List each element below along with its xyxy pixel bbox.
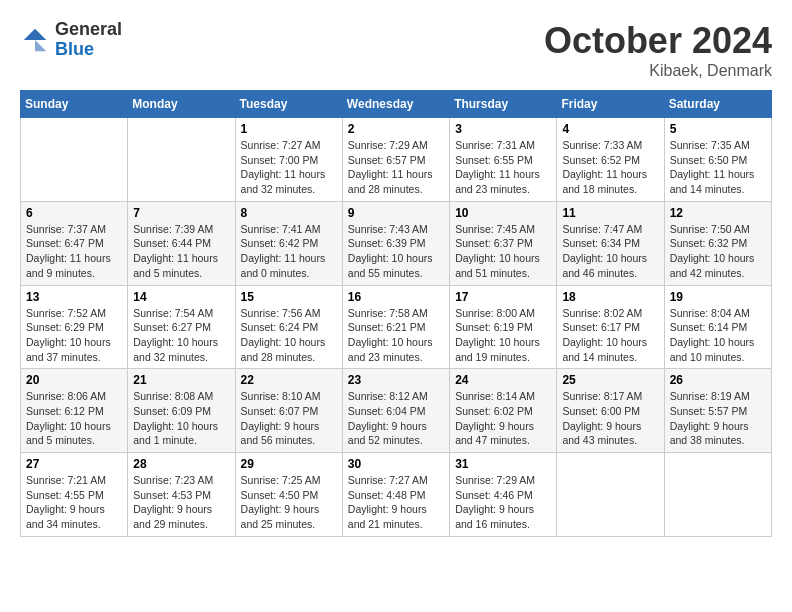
day-cell: 20Sunrise: 8:06 AM Sunset: 6:12 PM Dayli… — [21, 369, 128, 453]
day-cell: 11Sunrise: 7:47 AM Sunset: 6:34 PM Dayli… — [557, 201, 664, 285]
day-cell: 8Sunrise: 7:41 AM Sunset: 6:42 PM Daylig… — [235, 201, 342, 285]
day-info: Sunrise: 7:35 AM Sunset: 6:50 PM Dayligh… — [670, 138, 766, 197]
day-info: Sunrise: 7:52 AM Sunset: 6:29 PM Dayligh… — [26, 306, 122, 365]
day-info: Sunrise: 7:31 AM Sunset: 6:55 PM Dayligh… — [455, 138, 551, 197]
day-number: 12 — [670, 206, 766, 220]
day-number: 8 — [241, 206, 337, 220]
day-info: Sunrise: 7:43 AM Sunset: 6:39 PM Dayligh… — [348, 222, 444, 281]
month-title: October 2024 — [544, 20, 772, 62]
day-info: Sunrise: 8:08 AM Sunset: 6:09 PM Dayligh… — [133, 389, 229, 448]
day-info: Sunrise: 7:58 AM Sunset: 6:21 PM Dayligh… — [348, 306, 444, 365]
day-info: Sunrise: 7:54 AM Sunset: 6:27 PM Dayligh… — [133, 306, 229, 365]
day-cell — [21, 118, 128, 202]
day-info: Sunrise: 8:12 AM Sunset: 6:04 PM Dayligh… — [348, 389, 444, 448]
day-number: 4 — [562, 122, 658, 136]
day-number: 22 — [241, 373, 337, 387]
day-cell: 14Sunrise: 7:54 AM Sunset: 6:27 PM Dayli… — [128, 285, 235, 369]
day-cell: 28Sunrise: 7:23 AM Sunset: 4:53 PM Dayli… — [128, 453, 235, 537]
day-number: 30 — [348, 457, 444, 471]
week-row-1: 1Sunrise: 7:27 AM Sunset: 7:00 PM Daylig… — [21, 118, 772, 202]
day-number: 7 — [133, 206, 229, 220]
day-number: 26 — [670, 373, 766, 387]
day-number: 15 — [241, 290, 337, 304]
day-cell: 25Sunrise: 8:17 AM Sunset: 6:00 PM Dayli… — [557, 369, 664, 453]
day-cell: 17Sunrise: 8:00 AM Sunset: 6:19 PM Dayli… — [450, 285, 557, 369]
day-info: Sunrise: 8:10 AM Sunset: 6:07 PM Dayligh… — [241, 389, 337, 448]
day-info: Sunrise: 8:00 AM Sunset: 6:19 PM Dayligh… — [455, 306, 551, 365]
day-cell: 31Sunrise: 7:29 AM Sunset: 4:46 PM Dayli… — [450, 453, 557, 537]
day-info: Sunrise: 7:29 AM Sunset: 4:46 PM Dayligh… — [455, 473, 551, 532]
day-cell: 4Sunrise: 7:33 AM Sunset: 6:52 PM Daylig… — [557, 118, 664, 202]
day-cell: 1Sunrise: 7:27 AM Sunset: 7:00 PM Daylig… — [235, 118, 342, 202]
day-number: 23 — [348, 373, 444, 387]
day-cell: 10Sunrise: 7:45 AM Sunset: 6:37 PM Dayli… — [450, 201, 557, 285]
header-cell-monday: Monday — [128, 91, 235, 118]
day-cell: 12Sunrise: 7:50 AM Sunset: 6:32 PM Dayli… — [664, 201, 771, 285]
week-row-3: 13Sunrise: 7:52 AM Sunset: 6:29 PM Dayli… — [21, 285, 772, 369]
day-cell: 30Sunrise: 7:27 AM Sunset: 4:48 PM Dayli… — [342, 453, 449, 537]
day-cell: 9Sunrise: 7:43 AM Sunset: 6:39 PM Daylig… — [342, 201, 449, 285]
day-cell: 2Sunrise: 7:29 AM Sunset: 6:57 PM Daylig… — [342, 118, 449, 202]
title-block: October 2024 Kibaek, Denmark — [544, 20, 772, 80]
day-cell: 21Sunrise: 8:08 AM Sunset: 6:09 PM Dayli… — [128, 369, 235, 453]
day-number: 20 — [26, 373, 122, 387]
day-number: 6 — [26, 206, 122, 220]
day-info: Sunrise: 7:33 AM Sunset: 6:52 PM Dayligh… — [562, 138, 658, 197]
day-info: Sunrise: 8:14 AM Sunset: 6:02 PM Dayligh… — [455, 389, 551, 448]
week-row-4: 20Sunrise: 8:06 AM Sunset: 6:12 PM Dayli… — [21, 369, 772, 453]
day-cell: 16Sunrise: 7:58 AM Sunset: 6:21 PM Dayli… — [342, 285, 449, 369]
day-info: Sunrise: 7:41 AM Sunset: 6:42 PM Dayligh… — [241, 222, 337, 281]
svg-marker-2 — [35, 40, 46, 51]
day-number: 28 — [133, 457, 229, 471]
logo-icon — [20, 25, 50, 55]
day-number: 11 — [562, 206, 658, 220]
day-number: 21 — [133, 373, 229, 387]
day-number: 3 — [455, 122, 551, 136]
day-info: Sunrise: 8:02 AM Sunset: 6:17 PM Dayligh… — [562, 306, 658, 365]
day-number: 10 — [455, 206, 551, 220]
day-cell: 29Sunrise: 7:25 AM Sunset: 4:50 PM Dayli… — [235, 453, 342, 537]
day-number: 16 — [348, 290, 444, 304]
day-cell: 5Sunrise: 7:35 AM Sunset: 6:50 PM Daylig… — [664, 118, 771, 202]
day-cell: 24Sunrise: 8:14 AM Sunset: 6:02 PM Dayli… — [450, 369, 557, 453]
header-cell-sunday: Sunday — [21, 91, 128, 118]
header-row: SundayMondayTuesdayWednesdayThursdayFrid… — [21, 91, 772, 118]
week-row-5: 27Sunrise: 7:21 AM Sunset: 4:55 PM Dayli… — [21, 453, 772, 537]
calendar-table: SundayMondayTuesdayWednesdayThursdayFrid… — [20, 90, 772, 537]
day-number: 13 — [26, 290, 122, 304]
logo-text: General Blue — [55, 20, 122, 60]
day-number: 18 — [562, 290, 658, 304]
day-number: 27 — [26, 457, 122, 471]
day-info: Sunrise: 7:56 AM Sunset: 6:24 PM Dayligh… — [241, 306, 337, 365]
day-cell: 23Sunrise: 8:12 AM Sunset: 6:04 PM Dayli… — [342, 369, 449, 453]
day-cell: 7Sunrise: 7:39 AM Sunset: 6:44 PM Daylig… — [128, 201, 235, 285]
day-number: 24 — [455, 373, 551, 387]
header-cell-wednesday: Wednesday — [342, 91, 449, 118]
day-cell: 22Sunrise: 8:10 AM Sunset: 6:07 PM Dayli… — [235, 369, 342, 453]
day-info: Sunrise: 7:39 AM Sunset: 6:44 PM Dayligh… — [133, 222, 229, 281]
day-cell: 6Sunrise: 7:37 AM Sunset: 6:47 PM Daylig… — [21, 201, 128, 285]
location: Kibaek, Denmark — [544, 62, 772, 80]
day-cell — [664, 453, 771, 537]
day-cell — [557, 453, 664, 537]
day-number: 9 — [348, 206, 444, 220]
day-number: 25 — [562, 373, 658, 387]
week-row-2: 6Sunrise: 7:37 AM Sunset: 6:47 PM Daylig… — [21, 201, 772, 285]
day-info: Sunrise: 8:04 AM Sunset: 6:14 PM Dayligh… — [670, 306, 766, 365]
logo-blue: Blue — [55, 40, 122, 60]
day-number: 14 — [133, 290, 229, 304]
day-number: 5 — [670, 122, 766, 136]
day-number: 19 — [670, 290, 766, 304]
day-cell: 18Sunrise: 8:02 AM Sunset: 6:17 PM Dayli… — [557, 285, 664, 369]
day-info: Sunrise: 7:47 AM Sunset: 6:34 PM Dayligh… — [562, 222, 658, 281]
header-cell-thursday: Thursday — [450, 91, 557, 118]
day-info: Sunrise: 7:37 AM Sunset: 6:47 PM Dayligh… — [26, 222, 122, 281]
header-cell-tuesday: Tuesday — [235, 91, 342, 118]
day-info: Sunrise: 7:50 AM Sunset: 6:32 PM Dayligh… — [670, 222, 766, 281]
page-header: General Blue October 2024 Kibaek, Denmar… — [20, 20, 772, 80]
day-cell — [128, 118, 235, 202]
day-info: Sunrise: 7:25 AM Sunset: 4:50 PM Dayligh… — [241, 473, 337, 532]
day-info: Sunrise: 7:45 AM Sunset: 6:37 PM Dayligh… — [455, 222, 551, 281]
day-number: 31 — [455, 457, 551, 471]
day-cell: 26Sunrise: 8:19 AM Sunset: 5:57 PM Dayli… — [664, 369, 771, 453]
